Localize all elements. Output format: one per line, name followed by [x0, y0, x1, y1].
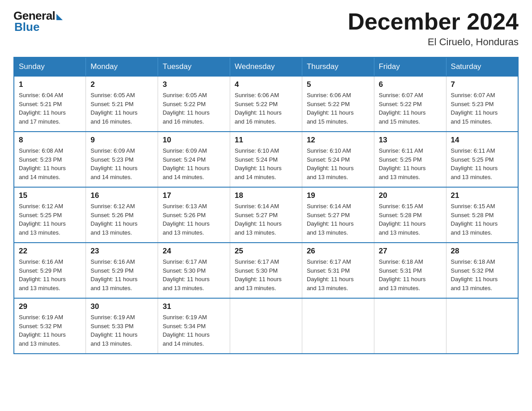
day-info: Sunrise: 6:11 AMSunset: 5:25 PMDaylight:…	[451, 146, 513, 181]
day-info: Sunrise: 6:18 AMSunset: 5:31 PMDaylight:…	[379, 257, 442, 292]
calendar-day-cell: 4Sunrise: 6:06 AMSunset: 5:22 PMDaylight…	[230, 76, 302, 132]
day-info: Sunrise: 6:17 AMSunset: 5:31 PMDaylight:…	[307, 257, 369, 292]
calendar-day-cell: 21Sunrise: 6:15 AMSunset: 5:28 PMDayligh…	[446, 187, 518, 243]
calendar-day-cell: 14Sunrise: 6:11 AMSunset: 5:25 PMDayligh…	[446, 132, 518, 187]
calendar-week-row: 8Sunrise: 6:08 AMSunset: 5:23 PMDaylight…	[14, 132, 518, 187]
day-info: Sunrise: 6:06 AMSunset: 5:22 PMDaylight:…	[307, 91, 369, 126]
day-info: Sunrise: 6:07 AMSunset: 5:23 PMDaylight:…	[451, 91, 513, 126]
calendar-day-cell: 18Sunrise: 6:14 AMSunset: 5:27 PMDayligh…	[230, 187, 302, 243]
day-number: 9	[90, 136, 153, 145]
day-number: 23	[90, 247, 153, 256]
day-info: Sunrise: 6:13 AMSunset: 5:26 PMDaylight:…	[163, 202, 225, 237]
calendar-day-cell: 19Sunrise: 6:14 AMSunset: 5:27 PMDayligh…	[302, 187, 374, 243]
day-info: Sunrise: 6:15 AMSunset: 5:28 PMDaylight:…	[451, 202, 513, 237]
calendar-day-cell: 5Sunrise: 6:06 AMSunset: 5:22 PMDaylight…	[302, 76, 374, 132]
title-section: December 2024 El Ciruelo, Honduras	[348, 9, 519, 48]
day-number: 28	[451, 247, 513, 256]
day-number: 22	[19, 247, 81, 256]
day-number: 3	[163, 80, 225, 89]
day-info: Sunrise: 6:19 AMSunset: 5:34 PMDaylight:…	[163, 313, 225, 348]
calendar-day-cell: 2Sunrise: 6:05 AMSunset: 5:21 PMDaylight…	[86, 76, 158, 132]
calendar-day-cell	[374, 298, 446, 354]
day-number: 2	[90, 80, 153, 89]
day-info: Sunrise: 6:04 AMSunset: 5:21 PMDaylight:…	[19, 91, 81, 126]
month-title: December 2024	[348, 9, 519, 34]
calendar-day-cell: 30Sunrise: 6:19 AMSunset: 5:33 PMDayligh…	[86, 298, 158, 354]
day-info: Sunrise: 6:17 AMSunset: 5:30 PMDaylight:…	[163, 257, 225, 292]
calendar-body: 1Sunrise: 6:04 AMSunset: 5:21 PMDaylight…	[14, 76, 518, 354]
header-wednesday: Wednesday	[230, 57, 302, 76]
calendar-week-row: 1Sunrise: 6:04 AMSunset: 5:21 PMDaylight…	[14, 76, 518, 132]
day-number: 25	[235, 247, 297, 256]
calendar-table: Sunday Monday Tuesday Wednesday Thursday…	[13, 57, 519, 354]
calendar-day-cell: 20Sunrise: 6:15 AMSunset: 5:28 PMDayligh…	[374, 187, 446, 243]
day-number: 7	[451, 80, 513, 89]
calendar-day-cell: 24Sunrise: 6:17 AMSunset: 5:30 PMDayligh…	[158, 243, 230, 298]
day-number: 12	[307, 136, 369, 145]
day-info: Sunrise: 6:17 AMSunset: 5:30 PMDaylight:…	[235, 257, 297, 292]
header-thursday: Thursday	[302, 57, 374, 76]
calendar-day-cell: 29Sunrise: 6:19 AMSunset: 5:32 PMDayligh…	[14, 298, 86, 354]
calendar-day-cell: 31Sunrise: 6:19 AMSunset: 5:34 PMDayligh…	[158, 298, 230, 354]
calendar-day-cell: 7Sunrise: 6:07 AMSunset: 5:23 PMDaylight…	[446, 76, 518, 132]
day-number: 18	[235, 191, 297, 200]
calendar-day-cell: 28Sunrise: 6:18 AMSunset: 5:32 PMDayligh…	[446, 243, 518, 298]
calendar-day-cell: 3Sunrise: 6:05 AMSunset: 5:22 PMDaylight…	[158, 76, 230, 132]
day-info: Sunrise: 6:16 AMSunset: 5:29 PMDaylight:…	[90, 257, 153, 292]
day-info: Sunrise: 6:19 AMSunset: 5:33 PMDaylight:…	[90, 313, 153, 348]
calendar-day-cell: 16Sunrise: 6:12 AMSunset: 5:26 PMDayligh…	[86, 187, 158, 243]
day-number: 14	[451, 136, 513, 145]
day-number: 17	[163, 191, 225, 200]
calendar-day-cell: 13Sunrise: 6:11 AMSunset: 5:25 PMDayligh…	[374, 132, 446, 187]
day-info: Sunrise: 6:14 AMSunset: 5:27 PMDaylight:…	[307, 202, 369, 237]
calendar-week-row: 29Sunrise: 6:19 AMSunset: 5:32 PMDayligh…	[14, 298, 518, 354]
day-number: 19	[307, 191, 369, 200]
day-info: Sunrise: 6:05 AMSunset: 5:21 PMDaylight:…	[90, 91, 153, 126]
day-info: Sunrise: 6:19 AMSunset: 5:32 PMDaylight:…	[19, 313, 81, 348]
day-info: Sunrise: 6:12 AMSunset: 5:25 PMDaylight:…	[19, 202, 81, 237]
header-tuesday: Tuesday	[158, 57, 230, 76]
calendar-day-cell: 25Sunrise: 6:17 AMSunset: 5:30 PMDayligh…	[230, 243, 302, 298]
day-info: Sunrise: 6:07 AMSunset: 5:22 PMDaylight:…	[379, 91, 442, 126]
day-number: 10	[163, 136, 225, 145]
day-number: 1	[19, 80, 81, 89]
calendar-day-cell	[446, 298, 518, 354]
day-number: 20	[379, 191, 442, 200]
day-info: Sunrise: 6:10 AMSunset: 5:24 PMDaylight:…	[307, 146, 369, 181]
calendar-day-cell: 8Sunrise: 6:08 AMSunset: 5:23 PMDaylight…	[14, 132, 86, 187]
calendar-day-cell	[230, 298, 302, 354]
calendar-day-cell: 12Sunrise: 6:10 AMSunset: 5:24 PMDayligh…	[302, 132, 374, 187]
day-number: 31	[163, 302, 225, 311]
day-number: 8	[19, 136, 81, 145]
calendar-day-cell: 10Sunrise: 6:09 AMSunset: 5:24 PMDayligh…	[158, 132, 230, 187]
day-number: 27	[379, 247, 442, 256]
day-number: 24	[163, 247, 225, 256]
day-number: 5	[307, 80, 369, 89]
calendar-week-row: 15Sunrise: 6:12 AMSunset: 5:25 PMDayligh…	[14, 187, 518, 243]
day-number: 13	[379, 136, 442, 145]
day-info: Sunrise: 6:16 AMSunset: 5:29 PMDaylight:…	[19, 257, 81, 292]
page-header: General Blue December 2024 El Ciruelo, H…	[13, 9, 519, 48]
day-number: 29	[19, 302, 81, 311]
calendar-day-cell: 23Sunrise: 6:16 AMSunset: 5:29 PMDayligh…	[86, 243, 158, 298]
calendar-day-cell: 11Sunrise: 6:10 AMSunset: 5:24 PMDayligh…	[230, 132, 302, 187]
calendar-day-cell	[302, 298, 374, 354]
calendar-day-cell: 22Sunrise: 6:16 AMSunset: 5:29 PMDayligh…	[14, 243, 86, 298]
calendar-day-cell: 9Sunrise: 6:09 AMSunset: 5:23 PMDaylight…	[86, 132, 158, 187]
day-info: Sunrise: 6:12 AMSunset: 5:26 PMDaylight:…	[90, 202, 153, 237]
logo-triangle-icon	[56, 14, 63, 20]
day-info: Sunrise: 6:14 AMSunset: 5:27 PMDaylight:…	[235, 202, 297, 237]
header-sunday: Sunday	[14, 57, 86, 76]
day-info: Sunrise: 6:08 AMSunset: 5:23 PMDaylight:…	[19, 146, 81, 181]
header-saturday: Saturday	[446, 57, 518, 76]
day-number: 26	[307, 247, 369, 256]
calendar-day-cell: 27Sunrise: 6:18 AMSunset: 5:31 PMDayligh…	[374, 243, 446, 298]
day-info: Sunrise: 6:09 AMSunset: 5:23 PMDaylight:…	[90, 146, 153, 181]
calendar-header: Sunday Monday Tuesday Wednesday Thursday…	[14, 57, 518, 76]
logo-blue-text: Blue	[14, 20, 39, 34]
header-monday: Monday	[86, 57, 158, 76]
day-info: Sunrise: 6:11 AMSunset: 5:25 PMDaylight:…	[379, 146, 442, 181]
day-info: Sunrise: 6:18 AMSunset: 5:32 PMDaylight:…	[451, 257, 513, 292]
day-number: 11	[235, 136, 297, 145]
calendar-day-cell: 1Sunrise: 6:04 AMSunset: 5:21 PMDaylight…	[14, 76, 86, 132]
